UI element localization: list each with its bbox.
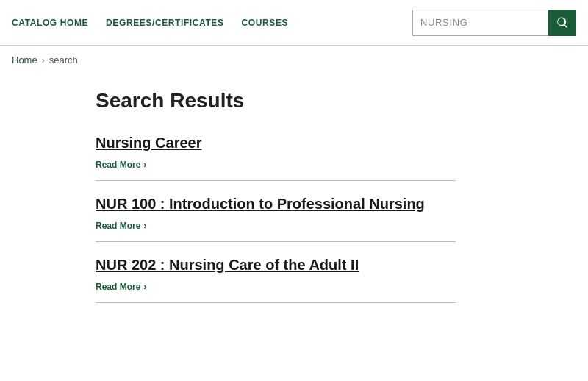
header: CATALOG HOME DEGREES/CERTIFICATES COURSE… (0, 0, 588, 46)
result-item-2: NUR 100 : Introduction to Professional N… (96, 196, 576, 242)
read-more-label-3: Read More (96, 282, 140, 292)
nav-degrees-certificates[interactable]: DEGREES/CERTIFICATES (106, 18, 223, 28)
read-more-label-2: Read More (96, 221, 140, 231)
divider-2 (96, 241, 456, 242)
search-icon (556, 16, 569, 29)
search-button[interactable] (548, 10, 576, 36)
breadcrumb-home-link[interactable]: Home (12, 54, 37, 65)
search-bar (412, 10, 576, 36)
result-item-3: NUR 202 : Nursing Care of the Adult II R… (96, 257, 576, 303)
read-more-chevron-1: › (143, 159, 146, 170)
divider-1 (96, 180, 456, 181)
page-title: Search Results (96, 89, 576, 113)
read-more-2[interactable]: Read More › (96, 220, 576, 231)
search-input[interactable] (412, 10, 548, 36)
breadcrumb-separator: › (42, 55, 45, 65)
divider-3 (96, 302, 456, 303)
nav-courses[interactable]: COURSES (242, 18, 289, 28)
main-content: Search Results Nursing Career Read More … (0, 74, 588, 332)
breadcrumb: Home › search (0, 46, 588, 74)
read-more-3[interactable]: Read More › (96, 281, 576, 292)
result-title-1[interactable]: Nursing Career (96, 135, 202, 152)
nav: CATALOG HOME DEGREES/CERTIFICATES COURSE… (12, 18, 288, 28)
nav-catalog-home[interactable]: CATALOG HOME (12, 18, 88, 28)
read-more-chevron-3: › (143, 281, 146, 292)
result-title-3[interactable]: NUR 202 : Nursing Care of the Adult II (96, 257, 359, 274)
read-more-1[interactable]: Read More › (96, 159, 576, 170)
read-more-label-1: Read More (96, 160, 140, 170)
result-title-2[interactable]: NUR 100 : Introduction to Professional N… (96, 196, 425, 213)
breadcrumb-current: search (49, 54, 78, 65)
read-more-chevron-2: › (143, 220, 146, 231)
result-item-1: Nursing Career Read More › (96, 135, 576, 181)
